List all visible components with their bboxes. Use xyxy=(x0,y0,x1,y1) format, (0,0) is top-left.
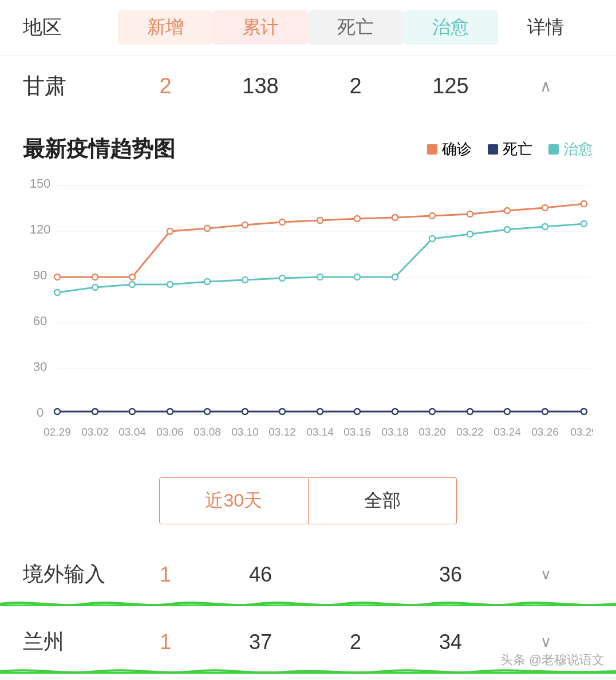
svg-point-23 xyxy=(467,211,473,217)
svg-text:03.12: 03.12 xyxy=(268,426,296,438)
svg-point-45 xyxy=(167,409,173,414)
jingwai-row: 境外输入 1 46 36 ∨ xyxy=(0,544,616,606)
svg-point-52 xyxy=(429,409,435,414)
svg-point-48 xyxy=(279,409,285,414)
svg-text:03.14: 03.14 xyxy=(306,426,334,438)
lanzhou-leiji: 37 xyxy=(213,630,308,654)
svg-point-32 xyxy=(242,277,248,283)
svg-point-51 xyxy=(392,409,398,414)
svg-point-31 xyxy=(204,279,210,284)
svg-text:0: 0 xyxy=(37,405,44,420)
svg-text:03.06: 03.06 xyxy=(156,426,184,438)
svg-point-39 xyxy=(504,227,510,232)
lanzhou-name: 兰州 xyxy=(23,628,118,656)
jingwai-zhiyu: 36 xyxy=(403,563,498,587)
time-filter: 近30天 全部 xyxy=(159,477,457,524)
svg-point-43 xyxy=(92,409,98,414)
recovery-line xyxy=(57,224,584,292)
svg-point-27 xyxy=(54,290,60,295)
jingwai-arrow[interactable]: ∨ xyxy=(498,566,593,583)
svg-text:03.22: 03.22 xyxy=(456,426,484,438)
legend-zhiyu: 治愈 xyxy=(548,139,593,159)
svg-point-12 xyxy=(54,274,60,280)
recovery-dots xyxy=(54,221,587,295)
gansu-xinzeng: 2 xyxy=(118,74,213,98)
svg-point-19 xyxy=(317,218,323,223)
svg-text:150: 150 xyxy=(30,176,51,191)
header-xinzeng: 新增 xyxy=(118,10,213,45)
svg-text:60: 60 xyxy=(33,314,47,328)
chart-svg: 150 120 90 60 30 0 xyxy=(23,175,593,461)
svg-point-36 xyxy=(392,274,398,280)
svg-text:120: 120 xyxy=(30,222,51,236)
svg-point-47 xyxy=(242,409,248,414)
svg-text:90: 90 xyxy=(33,268,47,282)
svg-point-13 xyxy=(92,274,98,280)
svg-point-34 xyxy=(317,274,323,280)
svg-point-30 xyxy=(167,282,173,287)
svg-point-55 xyxy=(542,409,548,414)
svg-point-56 xyxy=(581,409,587,414)
header-diqu: 地区 xyxy=(23,14,118,41)
svg-point-54 xyxy=(504,409,510,414)
svg-point-35 xyxy=(354,274,360,280)
gansu-arrow[interactable]: ∧ xyxy=(498,77,593,96)
svg-point-46 xyxy=(204,409,210,414)
chart-legend: 确诊 死亡 治愈 xyxy=(427,139,593,159)
wavy-line-2 xyxy=(0,667,616,675)
svg-text:03.08: 03.08 xyxy=(194,426,221,438)
legend-quezhen-label: 确诊 xyxy=(442,139,472,159)
svg-text:03.10: 03.10 xyxy=(231,426,259,438)
svg-point-44 xyxy=(129,409,135,414)
svg-point-26 xyxy=(581,201,587,207)
svg-point-40 xyxy=(542,224,548,230)
svg-text:03.18: 03.18 xyxy=(381,426,409,438)
svg-point-37 xyxy=(429,236,435,242)
svg-point-22 xyxy=(429,213,435,219)
header-siwang: 死亡 xyxy=(308,10,403,45)
svg-point-38 xyxy=(467,231,473,237)
svg-point-29 xyxy=(129,282,135,287)
svg-point-16 xyxy=(204,226,210,231)
legend-siwang: 死亡 xyxy=(488,139,532,159)
jingwai-leiji: 46 xyxy=(213,563,308,587)
legend-quezhen-dot xyxy=(427,144,437,155)
line-chart: 150 120 90 60 30 0 xyxy=(23,175,593,464)
gansu-row: 甘肃 2 138 2 125 ∧ xyxy=(0,56,616,117)
svg-point-21 xyxy=(392,215,398,220)
header-xqing: 详情 xyxy=(498,15,593,40)
watermark: 头条 @老穆说语文 xyxy=(500,651,605,669)
svg-text:02.29: 02.29 xyxy=(44,426,71,438)
legend-siwang-label: 死亡 xyxy=(503,139,532,159)
svg-text:03.26: 03.26 xyxy=(531,426,559,438)
header-leiji: 累计 xyxy=(213,10,308,45)
gansu-siwang: 2 xyxy=(308,74,403,98)
svg-point-41 xyxy=(581,221,587,227)
chart-section: 最新疫情趋势图 确诊 死亡 治愈 150 120 90 60 30 0 xyxy=(0,117,616,544)
svg-text:03.24: 03.24 xyxy=(493,426,521,438)
svg-point-33 xyxy=(279,275,285,281)
svg-text:03.20: 03.20 xyxy=(418,426,446,438)
svg-point-17 xyxy=(242,222,248,228)
svg-text:03.04: 03.04 xyxy=(119,426,146,438)
gansu-name: 甘肃 xyxy=(23,72,118,101)
svg-point-18 xyxy=(279,219,285,225)
svg-point-14 xyxy=(129,274,135,280)
lanzhou-arrow[interactable]: ∨ xyxy=(498,633,593,651)
death-dots xyxy=(54,409,587,414)
header-zhiyu: 治愈 xyxy=(403,10,498,45)
svg-point-28 xyxy=(92,284,98,290)
gansu-leiji: 138 xyxy=(213,74,308,98)
legend-zhiyu-dot xyxy=(548,144,559,155)
lanzhou-xinzeng: 1 xyxy=(118,630,213,654)
lanzhou-zhiyu: 34 xyxy=(403,630,498,654)
svg-point-42 xyxy=(54,409,60,414)
svg-point-24 xyxy=(504,208,510,214)
btn-recent30[interactable]: 近30天 xyxy=(159,477,309,524)
gansu-zhiyu: 125 xyxy=(403,74,498,98)
btn-all[interactable]: 全部 xyxy=(309,477,457,524)
svg-text:03.16: 03.16 xyxy=(343,426,371,438)
svg-point-50 xyxy=(354,409,360,414)
svg-text:03.02: 03.02 xyxy=(81,426,109,438)
wavy-line-1 xyxy=(0,600,616,608)
